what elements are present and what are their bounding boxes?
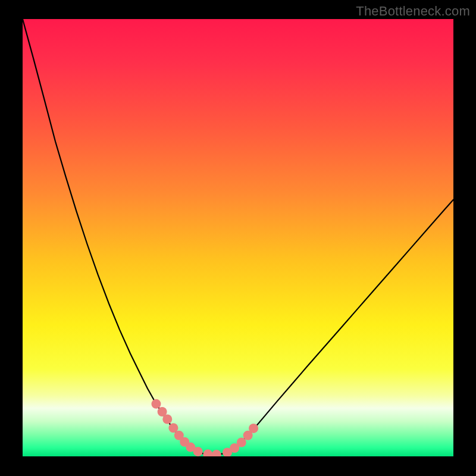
highlight-marker <box>249 424 258 433</box>
chart-root: TheBottleneck.com <box>0 0 476 476</box>
plot-area <box>23 19 453 456</box>
highlight-marker <box>162 415 172 424</box>
gradient-rect <box>23 19 453 456</box>
bottleneck-chart-svg <box>23 19 453 456</box>
highlight-marker <box>193 447 203 456</box>
highlight-marker <box>237 437 246 447</box>
watermark-text: TheBottleneck.com <box>356 4 470 19</box>
highlight-marker <box>151 399 161 409</box>
